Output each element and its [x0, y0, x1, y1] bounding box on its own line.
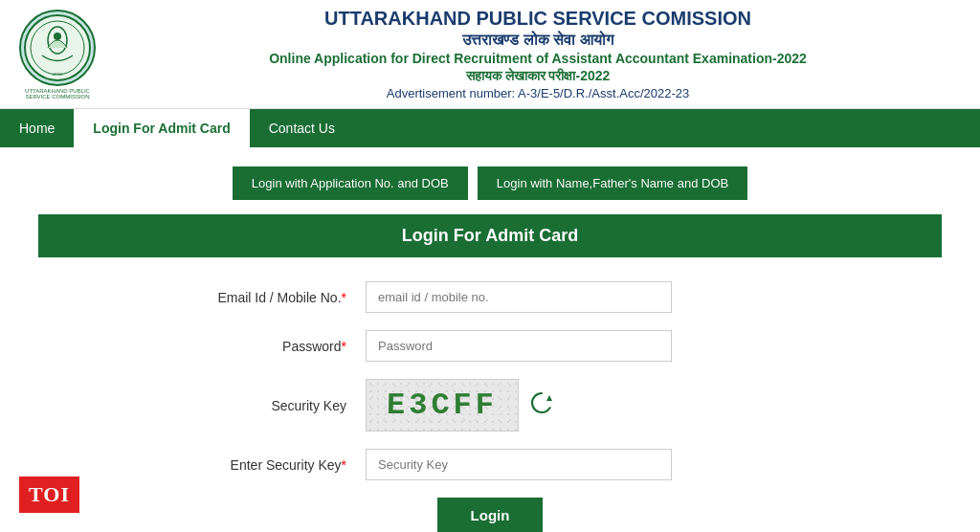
- nav-login-admit-card[interactable]: Login For Admit Card: [74, 109, 249, 147]
- enter-security-key-label: Enter Security Key*: [155, 457, 366, 473]
- password-input[interactable]: [366, 330, 672, 362]
- logo-area: UPSC UTTARAKHAND PUBLIC SERVICE COMMISSI…: [19, 10, 96, 100]
- password-label: Password*: [155, 339, 366, 354]
- email-row: Email Id / Mobile No.*: [155, 281, 825, 313]
- main-content: Login with Application No. and DOB Login…: [0, 147, 980, 532]
- login-with-appno-btn[interactable]: Login with Application No. and DOB: [233, 166, 468, 200]
- org-name-hindi: उत्तराखण्ड लोक सेवा आयोग: [115, 32, 961, 49]
- toi-badge: TOI: [19, 477, 79, 513]
- captcha-text: E3CFF: [387, 388, 499, 423]
- header-text: UTTARAKHAND PUBLIC SERVICE COMISSION उत्…: [115, 8, 961, 100]
- svg-text:UPSC: UPSC: [52, 72, 62, 77]
- exam-subtitle-english: Online Application for Direct Recruitmen…: [115, 51, 961, 66]
- svg-marker-5: [546, 395, 552, 401]
- nav-contact-us[interactable]: Contact Us: [250, 109, 354, 147]
- login-submit-row: Login: [155, 498, 825, 532]
- org-name-english: UTTARAKHAND PUBLIC SERVICE COMISSION: [115, 8, 961, 30]
- enter-security-key-row: Enter Security Key*: [155, 449, 825, 480]
- login-with-name-btn[interactable]: Login with Name,Father's Name and DOB: [478, 166, 747, 200]
- svg-point-3: [54, 33, 61, 40]
- login-card-title: Login For Admit Card: [38, 214, 942, 257]
- captcha-box: E3CFF: [366, 379, 555, 432]
- email-label: Email Id / Mobile No.*: [155, 290, 366, 305]
- security-key-input[interactable]: [366, 449, 672, 480]
- org-logo: UPSC: [19, 10, 96, 86]
- nav-home[interactable]: Home: [0, 109, 74, 147]
- security-key-row: Security Key E3CFF: [155, 379, 825, 432]
- email-input[interactable]: [366, 281, 672, 313]
- captcha-refresh-button[interactable]: [528, 389, 555, 422]
- page-header: UPSC UTTARAKHAND PUBLIC SERVICE COMMISSI…: [0, 0, 980, 109]
- security-key-label: Security Key: [155, 398, 366, 413]
- password-row: Password*: [155, 330, 825, 362]
- login-type-buttons: Login with Application No. and DOB Login…: [38, 166, 942, 200]
- exam-subtitle-hindi: सहायक लेखाकार परीक्षा-2022: [115, 68, 961, 84]
- login-form: Email Id / Mobile No.* Password* Securit…: [155, 281, 825, 532]
- logo-text: UTTARAKHAND PUBLIC SERVICE COMMISSION: [19, 88, 96, 100]
- advertisement-number: Advertisement number: A-3/E-5/D.R./Asst.…: [115, 86, 961, 100]
- login-submit-button[interactable]: Login: [437, 498, 544, 532]
- captcha-image: E3CFF: [366, 379, 519, 432]
- navbar: Home Login For Admit Card Contact Us: [0, 109, 980, 147]
